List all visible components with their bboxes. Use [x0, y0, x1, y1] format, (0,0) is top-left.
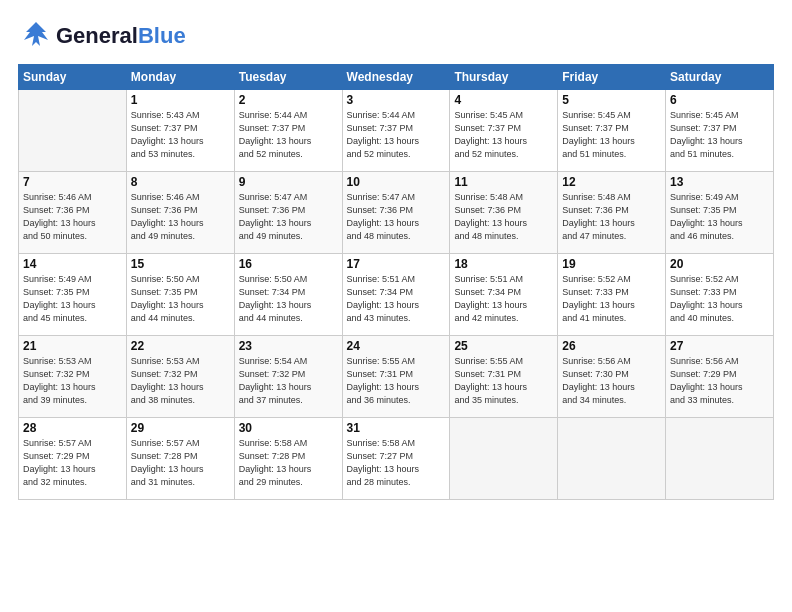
day-info: Sunrise: 5:44 AM Sunset: 7:37 PM Dayligh…: [347, 109, 446, 161]
page-container: GeneralBlue SundayMondayTuesdayWednesday…: [0, 0, 792, 510]
day-number: 22: [131, 339, 230, 353]
calendar-cell: 24Sunrise: 5:55 AM Sunset: 7:31 PM Dayli…: [342, 336, 450, 418]
day-number: 26: [562, 339, 661, 353]
weekday-header: Wednesday: [342, 65, 450, 90]
logo: GeneralBlue: [18, 18, 186, 54]
day-number: 18: [454, 257, 553, 271]
day-info: Sunrise: 5:48 AM Sunset: 7:36 PM Dayligh…: [562, 191, 661, 243]
calendar-cell: 15Sunrise: 5:50 AM Sunset: 7:35 PM Dayli…: [126, 254, 234, 336]
calendar-cell: 5Sunrise: 5:45 AM Sunset: 7:37 PM Daylig…: [558, 90, 666, 172]
weekday-header-row: SundayMondayTuesdayWednesdayThursdayFrid…: [19, 65, 774, 90]
calendar-cell: [19, 90, 127, 172]
day-info: Sunrise: 5:43 AM Sunset: 7:37 PM Dayligh…: [131, 109, 230, 161]
calendar-cell: 11Sunrise: 5:48 AM Sunset: 7:36 PM Dayli…: [450, 172, 558, 254]
day-info: Sunrise: 5:44 AM Sunset: 7:37 PM Dayligh…: [239, 109, 338, 161]
day-info: Sunrise: 5:49 AM Sunset: 7:35 PM Dayligh…: [23, 273, 122, 325]
day-info: Sunrise: 5:56 AM Sunset: 7:30 PM Dayligh…: [562, 355, 661, 407]
day-info: Sunrise: 5:45 AM Sunset: 7:37 PM Dayligh…: [454, 109, 553, 161]
day-number: 15: [131, 257, 230, 271]
calendar-cell: 4Sunrise: 5:45 AM Sunset: 7:37 PM Daylig…: [450, 90, 558, 172]
day-info: Sunrise: 5:50 AM Sunset: 7:35 PM Dayligh…: [131, 273, 230, 325]
day-number: 28: [23, 421, 122, 435]
day-info: Sunrise: 5:50 AM Sunset: 7:34 PM Dayligh…: [239, 273, 338, 325]
day-info: Sunrise: 5:48 AM Sunset: 7:36 PM Dayligh…: [454, 191, 553, 243]
day-number: 16: [239, 257, 338, 271]
day-info: Sunrise: 5:52 AM Sunset: 7:33 PM Dayligh…: [562, 273, 661, 325]
calendar-week-row: 21Sunrise: 5:53 AM Sunset: 7:32 PM Dayli…: [19, 336, 774, 418]
day-info: Sunrise: 5:46 AM Sunset: 7:36 PM Dayligh…: [23, 191, 122, 243]
day-number: 10: [347, 175, 446, 189]
weekday-header: Friday: [558, 65, 666, 90]
day-number: 20: [670, 257, 769, 271]
calendar-cell: 1Sunrise: 5:43 AM Sunset: 7:37 PM Daylig…: [126, 90, 234, 172]
calendar-cell: 14Sunrise: 5:49 AM Sunset: 7:35 PM Dayli…: [19, 254, 127, 336]
calendar-cell: 7Sunrise: 5:46 AM Sunset: 7:36 PM Daylig…: [19, 172, 127, 254]
logo-general: General: [56, 23, 138, 48]
calendar-cell: 19Sunrise: 5:52 AM Sunset: 7:33 PM Dayli…: [558, 254, 666, 336]
day-number: 14: [23, 257, 122, 271]
day-info: Sunrise: 5:57 AM Sunset: 7:29 PM Dayligh…: [23, 437, 122, 489]
svg-marker-0: [24, 22, 48, 46]
day-number: 21: [23, 339, 122, 353]
day-info: Sunrise: 5:52 AM Sunset: 7:33 PM Dayligh…: [670, 273, 769, 325]
day-info: Sunrise: 5:53 AM Sunset: 7:32 PM Dayligh…: [131, 355, 230, 407]
day-info: Sunrise: 5:51 AM Sunset: 7:34 PM Dayligh…: [454, 273, 553, 325]
calendar-cell: 16Sunrise: 5:50 AM Sunset: 7:34 PM Dayli…: [234, 254, 342, 336]
day-number: 4: [454, 93, 553, 107]
calendar-cell: [558, 418, 666, 500]
calendar-cell: 17Sunrise: 5:51 AM Sunset: 7:34 PM Dayli…: [342, 254, 450, 336]
weekday-header: Monday: [126, 65, 234, 90]
day-info: Sunrise: 5:45 AM Sunset: 7:37 PM Dayligh…: [670, 109, 769, 161]
day-info: Sunrise: 5:47 AM Sunset: 7:36 PM Dayligh…: [239, 191, 338, 243]
day-number: 8: [131, 175, 230, 189]
calendar-week-row: 14Sunrise: 5:49 AM Sunset: 7:35 PM Dayli…: [19, 254, 774, 336]
day-number: 17: [347, 257, 446, 271]
day-number: 11: [454, 175, 553, 189]
calendar-cell: 20Sunrise: 5:52 AM Sunset: 7:33 PM Dayli…: [666, 254, 774, 336]
calendar-cell: 18Sunrise: 5:51 AM Sunset: 7:34 PM Dayli…: [450, 254, 558, 336]
calendar-week-row: 1Sunrise: 5:43 AM Sunset: 7:37 PM Daylig…: [19, 90, 774, 172]
day-info: Sunrise: 5:46 AM Sunset: 7:36 PM Dayligh…: [131, 191, 230, 243]
day-number: 2: [239, 93, 338, 107]
day-number: 29: [131, 421, 230, 435]
day-number: 25: [454, 339, 553, 353]
day-number: 12: [562, 175, 661, 189]
day-info: Sunrise: 5:54 AM Sunset: 7:32 PM Dayligh…: [239, 355, 338, 407]
logo-text: GeneralBlue: [56, 25, 186, 47]
calendar-table: SundayMondayTuesdayWednesdayThursdayFrid…: [18, 64, 774, 500]
calendar-cell: 13Sunrise: 5:49 AM Sunset: 7:35 PM Dayli…: [666, 172, 774, 254]
day-info: Sunrise: 5:55 AM Sunset: 7:31 PM Dayligh…: [347, 355, 446, 407]
calendar-cell: 8Sunrise: 5:46 AM Sunset: 7:36 PM Daylig…: [126, 172, 234, 254]
calendar-cell: 12Sunrise: 5:48 AM Sunset: 7:36 PM Dayli…: [558, 172, 666, 254]
day-info: Sunrise: 5:58 AM Sunset: 7:28 PM Dayligh…: [239, 437, 338, 489]
day-number: 31: [347, 421, 446, 435]
day-number: 9: [239, 175, 338, 189]
day-info: Sunrise: 5:45 AM Sunset: 7:37 PM Dayligh…: [562, 109, 661, 161]
day-info: Sunrise: 5:51 AM Sunset: 7:34 PM Dayligh…: [347, 273, 446, 325]
calendar-cell: 6Sunrise: 5:45 AM Sunset: 7:37 PM Daylig…: [666, 90, 774, 172]
day-info: Sunrise: 5:53 AM Sunset: 7:32 PM Dayligh…: [23, 355, 122, 407]
calendar-cell: 27Sunrise: 5:56 AM Sunset: 7:29 PM Dayli…: [666, 336, 774, 418]
day-number: 27: [670, 339, 769, 353]
calendar-cell: 30Sunrise: 5:58 AM Sunset: 7:28 PM Dayli…: [234, 418, 342, 500]
calendar-cell: 23Sunrise: 5:54 AM Sunset: 7:32 PM Dayli…: [234, 336, 342, 418]
day-number: 1: [131, 93, 230, 107]
day-number: 19: [562, 257, 661, 271]
day-number: 23: [239, 339, 338, 353]
calendar-cell: [450, 418, 558, 500]
calendar-cell: 28Sunrise: 5:57 AM Sunset: 7:29 PM Dayli…: [19, 418, 127, 500]
day-info: Sunrise: 5:57 AM Sunset: 7:28 PM Dayligh…: [131, 437, 230, 489]
calendar-cell: 10Sunrise: 5:47 AM Sunset: 7:36 PM Dayli…: [342, 172, 450, 254]
calendar-cell: 25Sunrise: 5:55 AM Sunset: 7:31 PM Dayli…: [450, 336, 558, 418]
calendar-cell: 21Sunrise: 5:53 AM Sunset: 7:32 PM Dayli…: [19, 336, 127, 418]
calendar-cell: 3Sunrise: 5:44 AM Sunset: 7:37 PM Daylig…: [342, 90, 450, 172]
day-info: Sunrise: 5:55 AM Sunset: 7:31 PM Dayligh…: [454, 355, 553, 407]
day-info: Sunrise: 5:56 AM Sunset: 7:29 PM Dayligh…: [670, 355, 769, 407]
day-number: 7: [23, 175, 122, 189]
calendar-cell: 2Sunrise: 5:44 AM Sunset: 7:37 PM Daylig…: [234, 90, 342, 172]
day-number: 3: [347, 93, 446, 107]
logo-bird-icon: [18, 18, 54, 54]
day-number: 13: [670, 175, 769, 189]
day-number: 6: [670, 93, 769, 107]
logo-blue: Blue: [138, 23, 186, 48]
